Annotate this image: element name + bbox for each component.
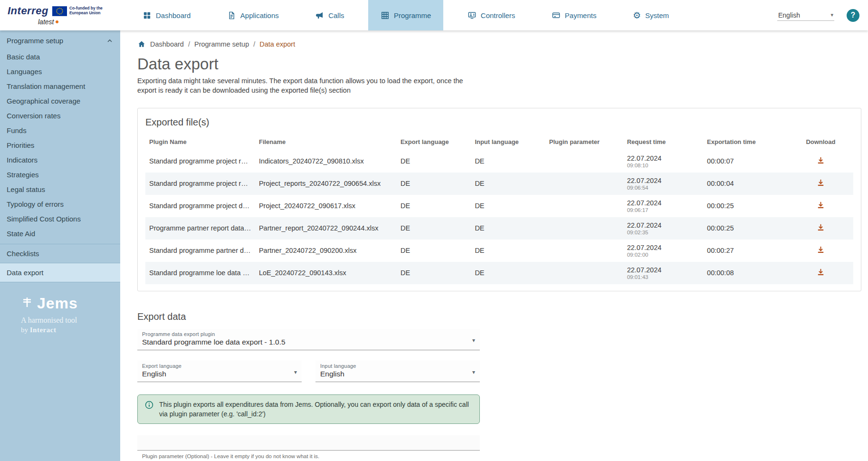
cell-filename: Project_reports_20240722_090654.xlsx xyxy=(255,173,397,195)
download-icon[interactable] xyxy=(816,201,825,210)
cell-input-language: DE xyxy=(471,173,545,195)
download-icon[interactable] xyxy=(816,223,825,232)
controllers-icon xyxy=(467,11,477,20)
nav-item-applications[interactable]: Applications xyxy=(215,0,291,30)
cell-request-time: 22.07.2024 09:02:00 xyxy=(623,240,703,262)
language-select[interactable]: English ▾ xyxy=(777,10,834,21)
breadcrumb-separator: / xyxy=(253,40,255,48)
cell-download xyxy=(788,217,853,240)
nav-item-system[interactable]: ⚙ System xyxy=(620,0,681,30)
plugin-parameter-input[interactable] xyxy=(137,435,480,451)
home-icon[interactable] xyxy=(137,40,146,48)
chevron-down-icon: ▾ xyxy=(472,369,475,375)
cell-plugin-name: Standard programme project repo... xyxy=(145,150,255,173)
cell-export-language: DE xyxy=(397,262,471,284)
cell-export-language: DE xyxy=(397,240,471,262)
sidebar-item-data-export[interactable]: Data export xyxy=(0,263,120,282)
help-icon[interactable]: ? xyxy=(847,9,859,22)
calls-icon xyxy=(315,11,324,20)
nav-item-calls[interactable]: Calls xyxy=(303,0,356,30)
cell-plugin-name: Standard programme project repo... xyxy=(145,173,255,195)
export-data-section: Export data Programme data export plugin… xyxy=(137,311,861,461)
breadcrumb-dashboard[interactable]: Dashboard xyxy=(150,40,184,48)
plugin-select[interactable]: Programme data export plugin Standard pr… xyxy=(137,329,480,350)
export-language-value: English xyxy=(142,370,286,378)
sidebar-item[interactable]: Geographical coverage xyxy=(0,94,120,108)
cell-request-time: 22.07.2024 09:06:17 xyxy=(623,195,703,217)
cell-plugin-parameter xyxy=(545,217,623,240)
col-exportation-time: Exportation time xyxy=(703,134,788,150)
input-language-select[interactable]: Input language English ▾ xyxy=(315,361,480,382)
col-request-time: Request time xyxy=(623,134,703,150)
download-icon[interactable] xyxy=(816,178,825,187)
exported-files-card: Exported file(s) Plugin Name Filename Ex… xyxy=(137,108,861,291)
cell-download xyxy=(788,240,853,262)
sidebar-item[interactable]: Typology of errors xyxy=(0,197,120,211)
main-nav: Dashboard Applications Calls Programme C… xyxy=(130,0,681,30)
sidebar-item[interactable]: Conversion rates xyxy=(0,108,120,123)
programme-icon xyxy=(381,11,390,20)
table-row: Standard programme project repo... Proje… xyxy=(145,173,853,195)
page-description: Exporting data might take several minute… xyxy=(137,76,470,96)
table-row: Standard programme project data ... Proj… xyxy=(145,195,853,217)
sidebar-item[interactable]: Priorities xyxy=(0,138,120,153)
nav-label: System xyxy=(645,11,669,19)
download-icon[interactable] xyxy=(816,156,825,165)
sidebar-item-checklists[interactable]: Checklists xyxy=(0,244,120,263)
nav-label: Calls xyxy=(328,11,344,19)
nav-item-controllers[interactable]: Controllers xyxy=(455,0,528,30)
cell-request-time: 22.07.2024 09:06:54 xyxy=(623,173,703,195)
cell-download xyxy=(788,195,853,217)
breadcrumb: Dashboard / Programme setup / Data expor… xyxy=(137,40,861,48)
download-icon[interactable] xyxy=(816,245,825,254)
cell-filename: Indicators_20240722_090810.xlsx xyxy=(255,150,397,173)
sidebar-item[interactable]: Funds xyxy=(0,123,120,138)
cell-filename: Project_20240722_090617.xlsx xyxy=(255,195,397,217)
payments-icon xyxy=(552,11,561,20)
export-language-select[interactable]: Export language English ▾ xyxy=(137,361,302,382)
sidebar-item[interactable]: Strategies xyxy=(0,167,120,182)
cofunded-text: Co-funded by the European Union xyxy=(69,6,106,16)
sidebar-nav: Basic data Languages Translation managem… xyxy=(0,49,120,241)
input-language-value: English xyxy=(320,370,464,378)
plugin-parameter-helper: Plugin parameter (Optional) - Leave it e… xyxy=(137,453,480,459)
chevron-up-icon[interactable] xyxy=(106,37,114,45)
plugin-info-box: This plugin exports all expenditures dat… xyxy=(137,394,480,424)
export-data-title: Export data xyxy=(137,311,861,322)
breadcrumb-programme-setup[interactable]: Programme setup xyxy=(194,40,249,48)
cell-input-language: DE xyxy=(471,195,545,217)
cell-exportation-time: 00:00:04 xyxy=(703,173,788,195)
jems-wordmark: Jems xyxy=(37,295,78,312)
page-title: Data export xyxy=(137,55,861,73)
cell-download xyxy=(788,150,853,173)
cell-filename: Partner_20240722_090200.xlsx xyxy=(255,240,397,262)
nav-item-programme[interactable]: Programme xyxy=(368,0,443,30)
sidebar-item[interactable]: Basic data xyxy=(0,49,120,64)
sidebar-item[interactable]: Translation management xyxy=(0,79,120,94)
chevron-down-icon: ▾ xyxy=(294,369,297,375)
sidebar-item[interactable]: State Aid xyxy=(0,226,120,241)
cell-input-language: DE xyxy=(471,150,545,173)
input-language-label: Input language xyxy=(320,363,464,369)
chevron-down-icon: ▾ xyxy=(830,12,833,18)
cell-export-language: DE xyxy=(397,150,471,173)
download-icon[interactable] xyxy=(816,268,825,277)
sidebar-item[interactable]: Indicators xyxy=(0,153,120,167)
cell-plugin-parameter xyxy=(545,173,623,195)
cell-download xyxy=(788,173,853,195)
sidebar-item[interactable]: Simplified Cost Options xyxy=(0,211,120,226)
sidebar-item[interactable]: Legal status xyxy=(0,182,120,197)
nav-label: Controllers xyxy=(481,11,515,19)
sidebar-item[interactable]: Languages xyxy=(0,64,120,79)
cell-exportation-time: 00:00:27 xyxy=(703,240,788,262)
table-row: Standard programme loe data exp... LoE_2… xyxy=(145,262,853,284)
breadcrumb-current: Data export xyxy=(259,40,295,48)
top-navbar: Interreg Co-funded by the European Union… xyxy=(0,0,868,30)
sidebar-header[interactable]: Programme setup xyxy=(0,30,120,49)
export-language-label: Export language xyxy=(142,363,286,369)
cell-exportation-time: 00:00:25 xyxy=(703,195,788,217)
nav-item-dashboard[interactable]: Dashboard xyxy=(130,0,203,30)
nav-item-payments[interactable]: Payments xyxy=(539,0,609,30)
table-row: Programme partner report data ex... Part… xyxy=(145,217,853,240)
col-filename: Filename xyxy=(255,134,397,150)
